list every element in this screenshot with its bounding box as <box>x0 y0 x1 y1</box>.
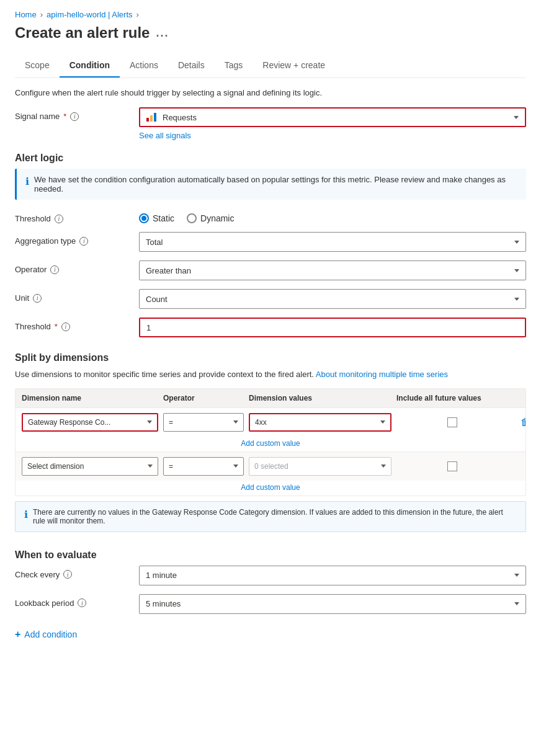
operator-control: Greater than <box>139 260 526 280</box>
unit-info-icon[interactable]: i <box>33 294 42 303</box>
check-every-chevron <box>514 574 519 577</box>
dimensions-row-1: Gateway Response Co... = 4xx 🗑 <box>16 407 525 451</box>
tab-details[interactable]: Details <box>168 54 215 78</box>
add-custom-value-2[interactable]: Add custom value <box>16 481 525 496</box>
tab-review[interactable]: Review + create <box>253 54 335 78</box>
alert-logic-title: Alert logic <box>15 153 526 164</box>
dimension-name-value-2: Select dimension <box>27 462 84 471</box>
unit-value: Count <box>146 295 168 304</box>
aggregation-type-value: Total <box>146 238 163 247</box>
dimension-values-dropdown-2[interactable]: 0 selected <box>249 457 391 476</box>
lookback-period-chevron <box>514 602 519 605</box>
breadcrumb-sep2: › <box>136 10 139 19</box>
no-values-text: There are currently no values in the Gat… <box>33 508 517 525</box>
breadcrumb-home[interactable]: Home <box>15 10 37 19</box>
dimension-operator-dropdown-2[interactable]: = <box>163 457 244 476</box>
add-condition-label: Add condition <box>24 629 77 639</box>
no-values-info-icon: ℹ <box>24 509 28 520</box>
dimension-name-dropdown-1[interactable]: Gateway Response Co... <box>22 413 158 432</box>
tab-bar: Scope Condition Actions Details Tags Rev… <box>15 54 526 78</box>
include-all-checkbox-2[interactable] <box>447 461 457 471</box>
include-all-checkbox-1[interactable] <box>447 417 457 427</box>
check-every-info-icon[interactable]: i <box>63 570 72 579</box>
requests-bar-icon <box>146 113 156 122</box>
static-radio-circle <box>139 213 149 223</box>
dimension-name-value-1: Gateway Response Co... <box>28 418 110 427</box>
operator-dropdown[interactable]: Greater than <box>139 260 526 280</box>
static-radio-dot <box>141 216 146 221</box>
operator-chevron <box>514 269 519 272</box>
page-title-row: Create an alert rule ... <box>15 24 526 42</box>
unit-label: Unit i <box>15 289 139 303</box>
check-every-row: Check every i 1 minute <box>15 566 526 585</box>
check-every-value: 1 minute <box>146 571 177 580</box>
monitoring-link[interactable]: About monitoring multiple time series <box>316 370 448 379</box>
split-dimensions-desc: Use dimensions to monitor specific time … <box>15 368 526 381</box>
threshold-value-input[interactable] <box>139 318 526 337</box>
section-description: Configure when the alert rule should tri… <box>15 88 526 97</box>
threshold-label: Threshold i <box>15 210 139 223</box>
delete-row-1-icon[interactable]: 🗑 <box>521 417 526 428</box>
signal-info-icon[interactable]: i <box>70 112 79 121</box>
signal-required: * <box>63 112 66 121</box>
operator-row: Operator i Greater than <box>15 260 526 280</box>
tab-condition[interactable]: Condition <box>60 54 120 78</box>
operator-label: Operator i <box>15 260 139 274</box>
aggregation-info-icon[interactable]: i <box>79 237 88 246</box>
threshold-info-icon[interactable]: i <box>55 215 63 223</box>
unit-control: Count <box>139 289 526 309</box>
dimension-name-chevron-2 <box>148 465 153 468</box>
aggregation-type-control: Total <box>139 232 526 252</box>
operator-info-icon[interactable]: i <box>50 265 59 274</box>
tab-actions[interactable]: Actions <box>120 54 168 78</box>
lookback-period-label: Lookback period i <box>15 594 139 608</box>
header-operator: Operator <box>163 394 244 402</box>
threshold-dynamic-option[interactable]: Dynamic <box>187 213 234 223</box>
dimension-name-dropdown-2[interactable]: Select dimension <box>22 457 158 476</box>
split-dimensions-title: Split by dimensions <box>15 352 526 363</box>
dimensions-table-header: Dimension name Operator Dimension values… <box>16 389 525 407</box>
add-condition-button[interactable]: + Add condition <box>15 629 526 640</box>
dimensions-row-2: Select dimension = 0 selected Add custom… <box>16 451 525 496</box>
threshold-static-option[interactable]: Static <box>139 213 174 223</box>
tab-scope[interactable]: Scope <box>15 54 60 78</box>
signal-dropdown[interactable]: Requests <box>139 107 526 127</box>
lookback-period-control: 5 minutes <box>139 594 526 614</box>
unit-chevron <box>514 298 519 301</box>
header-include-all: Include all future values <box>396 394 508 402</box>
threshold-dynamic-label: Dynamic <box>200 213 234 223</box>
when-to-evaluate-title: When to evaluate <box>15 549 526 561</box>
check-every-dropdown[interactable]: 1 minute <box>139 566 526 585</box>
threshold-value-label: Threshold * i <box>15 318 139 331</box>
threshold-value-row: Threshold * i <box>15 318 526 337</box>
dimension-values-value-1: 4xx <box>255 418 267 427</box>
operator-value: Greater than <box>146 266 191 275</box>
breadcrumb: Home › apim-hello-world | Alerts › <box>15 10 526 19</box>
dimension-operator-dropdown-1[interactable]: = <box>163 413 244 432</box>
threshold-radio-group: Static Dynamic <box>139 210 526 223</box>
dimensions-table: Dimension name Operator Dimension values… <box>15 388 526 496</box>
dimension-values-dropdown-1[interactable]: 4xx <box>249 413 391 432</box>
threshold-value-control <box>139 318 526 337</box>
breadcrumb-sep1: › <box>40 10 43 19</box>
threshold-row: Threshold i Static Dynamic <box>15 210 526 223</box>
unit-dropdown[interactable]: Count <box>139 289 526 309</box>
lookback-info-icon[interactable]: i <box>78 598 86 607</box>
lookback-period-value: 5 minutes <box>146 599 181 608</box>
dimension-values-chevron-2 <box>381 465 386 468</box>
add-custom-value-1[interactable]: Add custom value <box>16 437 525 451</box>
lookback-period-dropdown[interactable]: 5 minutes <box>139 594 526 614</box>
check-every-label: Check every i <box>15 566 139 579</box>
page-title-more[interactable]: ... <box>156 27 169 40</box>
aggregation-type-label: Aggregation type i <box>15 232 139 246</box>
header-dimension-values: Dimension values <box>249 394 391 402</box>
breadcrumb-resource[interactable]: apim-hello-world | Alerts <box>47 10 132 19</box>
threshold-value-info-icon[interactable]: i <box>61 322 70 331</box>
aggregation-type-row: Aggregation type i Total <box>15 232 526 252</box>
info-banner-icon: ℹ <box>25 176 29 187</box>
see-all-signals-link[interactable]: See all signals <box>139 131 526 140</box>
dimension-values-chevron-1 <box>380 420 385 424</box>
aggregation-type-dropdown[interactable]: Total <box>139 232 526 252</box>
tab-tags[interactable]: Tags <box>215 54 253 78</box>
when-to-evaluate-section: When to evaluate Check every i 1 minute … <box>15 549 526 614</box>
